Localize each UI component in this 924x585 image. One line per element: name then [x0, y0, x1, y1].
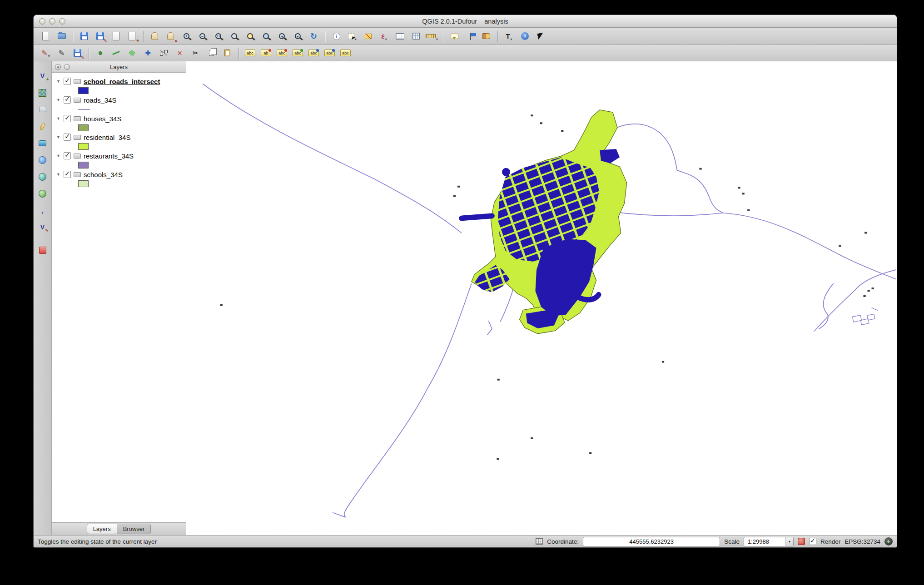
node-tool-button[interactable] — [156, 46, 171, 60]
zoom-in-button[interactable]: + — [179, 30, 194, 43]
layer-name[interactable]: school_roads_intersect — [84, 78, 160, 85]
add-wfs-layer-button[interactable] — [35, 187, 50, 200]
zoom-to-selection-button[interactable] — [243, 30, 258, 43]
layer-row[interactable]: ▼ ✓ houses_34S — [52, 114, 186, 124]
float-panel-button[interactable]: ◦ — [64, 64, 70, 70]
add-mssql-layer-button[interactable] — [35, 137, 50, 149]
layer-swatch[interactable] — [78, 162, 89, 169]
save-project-as-button[interactable]: ✎ — [93, 30, 108, 43]
close-window-button[interactable] — [39, 18, 45, 25]
statistics-summary-button[interactable]: ε▾ — [377, 30, 392, 43]
layer-swatch[interactable] — [78, 87, 89, 94]
close-panel-button[interactable]: ✕ — [55, 64, 61, 70]
layer-row[interactable]: ▼ ✓ restaurants_34S — [52, 151, 186, 161]
save-layer-edits-button[interactable]: ✎ — [70, 46, 85, 60]
show-bookmarks-button[interactable] — [479, 30, 494, 43]
layer-visibility-checkbox[interactable]: ✓ — [64, 134, 71, 141]
expand-triangle-icon[interactable]: ▼ — [56, 154, 61, 158]
map-tips-button[interactable] — [447, 30, 462, 43]
layer-name[interactable]: houses_34S — [84, 115, 121, 123]
add-postgis-layer-button[interactable] — [35, 103, 50, 116]
add-raster-layer-button[interactable] — [35, 86, 50, 99]
tab-layers[interactable]: Layers — [87, 524, 117, 534]
expand-triangle-icon[interactable]: ▼ — [56, 116, 61, 121]
layer-visibility-checkbox[interactable]: ✓ — [64, 171, 71, 178]
layer-labeling-button[interactable]: abc — [243, 46, 258, 60]
capture-point-button[interactable] — [93, 46, 108, 60]
move-feature-button[interactable]: ✚ — [140, 46, 155, 60]
scale-combo[interactable]: 1:29988 ▾ — [744, 537, 794, 546]
measure-line-button[interactable]: ▾ — [424, 30, 439, 43]
layer-name[interactable]: residential_34S — [84, 134, 130, 141]
zoom-out-button[interactable]: − — [195, 30, 210, 43]
layer-visibility-checkbox[interactable]: ✓ — [64, 96, 71, 104]
add-delimited-text-layer-button[interactable]: , — [35, 204, 50, 217]
new-bookmark-button[interactable] — [463, 30, 478, 43]
layer-row[interactable]: ▼ ✓ schools_34S — [52, 169, 186, 179]
expand-triangle-icon[interactable]: ▼ — [56, 172, 61, 177]
tab-browser[interactable]: Browser — [117, 524, 151, 534]
label-move-button[interactable]: ab — [258, 46, 273, 60]
zoom-last-button[interactable]: ◂ — [274, 30, 289, 43]
new-shapefile-layer-button[interactable]: V✎ — [35, 221, 50, 233]
map-canvas[interactable] — [186, 61, 897, 535]
layer-row[interactable]: ▼ ✓ residential_34S — [52, 132, 186, 142]
layer-visibility-checkbox[interactable]: ✓ — [64, 152, 71, 159]
zoom-to-layer-button[interactable] — [258, 30, 273, 43]
label-rotate-button[interactable]: abc — [274, 46, 289, 60]
zoom-full-button[interactable] — [227, 30, 242, 43]
cut-features-button[interactable]: ✂ — [188, 46, 203, 60]
label-diagram-options-button[interactable]: abc — [338, 46, 353, 60]
coordinate-input[interactable]: 445555,6232923 — [583, 537, 720, 546]
refresh-map-button[interactable]: ↻ — [306, 30, 321, 43]
paste-features-button[interactable] — [220, 46, 235, 60]
add-vector-layer-button[interactable]: V+ — [35, 69, 50, 82]
zoom-next-button[interactable]: ▸ — [290, 30, 305, 43]
expand-triangle-icon[interactable]: ▼ — [56, 135, 61, 139]
scale-dropdown-button[interactable]: ▾ — [785, 537, 793, 546]
field-calculator-button[interactable] — [408, 30, 423, 43]
stop-render-icon[interactable] — [798, 538, 805, 545]
deselect-features-button[interactable] — [361, 30, 376, 43]
text-annotation-button[interactable]: T▾ — [502, 30, 517, 43]
layer-name[interactable]: roads_34S — [84, 96, 117, 104]
zoom-window-button[interactable] — [59, 18, 65, 25]
capture-line-button[interactable] — [109, 46, 124, 60]
render-checkbox[interactable]: ✓ — [809, 538, 816, 545]
save-project-button[interactable] — [77, 30, 92, 43]
label-toggle-display-button[interactable]: abc — [322, 46, 337, 60]
pan-map-button[interactable] — [147, 30, 162, 43]
copy-features-button[interactable] — [204, 46, 219, 60]
layer-swatch[interactable] — [78, 124, 89, 131]
crs-status-icon[interactable]: + — [884, 537, 893, 545]
open-attribute-table-button[interactable] — [392, 30, 407, 43]
capture-polygon-button[interactable] — [124, 46, 139, 60]
open-project-button[interactable] — [54, 30, 69, 43]
layer-swatch[interactable] — [78, 180, 89, 187]
layer-row[interactable]: ▼ ✓ school_roads_intersect — [52, 76, 186, 86]
composer-manager-button[interactable]: + — [124, 30, 139, 43]
label-change-properties-button[interactable]: abc — [290, 46, 305, 60]
minimize-window-button[interactable] — [49, 18, 55, 25]
pan-to-selection-button[interactable]: ▸ — [163, 30, 178, 43]
label-pin-button[interactable]: abc — [306, 46, 321, 60]
layer-swatch[interactable] — [78, 143, 89, 150]
layer-name[interactable]: restaurants_34S — [84, 152, 134, 160]
select-features-button[interactable]: ▾ — [345, 30, 360, 43]
zoom-native-button[interactable]: 1:1 — [211, 30, 226, 43]
add-wcs-layer-button[interactable] — [35, 170, 50, 183]
new-project-button[interactable] — [38, 30, 53, 43]
toggle-editing-button[interactable]: ✎ — [54, 46, 69, 60]
identify-features-button[interactable]: i — [329, 30, 344, 43]
add-spatialite-layer-button[interactable] — [35, 120, 50, 133]
remove-layer-button[interactable] — [35, 244, 50, 257]
layer-visibility-checkbox[interactable]: ✓ — [64, 78, 71, 85]
layer-name[interactable]: schools_34S — [84, 171, 123, 178]
whats-this-button[interactable] — [533, 30, 548, 43]
expand-triangle-icon[interactable]: ▼ — [56, 98, 61, 102]
expand-triangle-icon[interactable]: ▼ — [56, 79, 61, 84]
current-edits-button[interactable]: ✎▾ — [38, 46, 53, 60]
layer-swatch[interactable] — [78, 109, 90, 110]
layer-row[interactable]: ▼ ✓ roads_34S — [52, 95, 186, 105]
delete-selected-button[interactable]: ✕ — [172, 46, 187, 60]
